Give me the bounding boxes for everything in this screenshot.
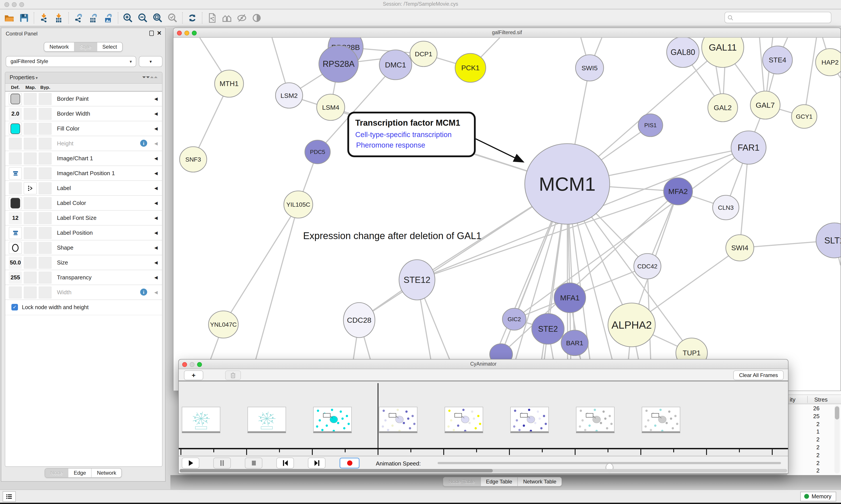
network-node-pdc5[interactable]: PDC5 (305, 140, 330, 164)
timeline[interactable]: 0123456789 Seconds (179, 382, 788, 456)
map-cell[interactable] (24, 227, 37, 239)
property-row-shape[interactable]: Shape◀ (5, 240, 162, 255)
stop-button[interactable] (245, 457, 262, 469)
tab-node-table[interactable]: Node Table (443, 477, 480, 486)
byp-cell[interactable] (38, 123, 52, 135)
expand-mapping-icon[interactable]: ◀ (155, 96, 158, 101)
playhead[interactable] (378, 383, 378, 448)
property-row-border-paint[interactable]: Border Paint◀ (5, 91, 162, 106)
next-frame-button[interactable] (308, 457, 325, 469)
map-cell[interactable] (24, 242, 37, 254)
expand-mapping-icon[interactable]: ◀ (155, 215, 158, 220)
table-cell[interactable]: 2 (787, 444, 829, 452)
frame-thumbnail-2[interactable] (313, 407, 352, 433)
network-node-gal80[interactable]: GAL80 (667, 38, 699, 68)
close-panel-icon[interactable]: ✕ (157, 30, 162, 36)
network-node-alpha2[interactable]: ALPHA2 (608, 303, 655, 347)
network-node-lsm2[interactable]: LSM2 (275, 83, 303, 108)
tab-network-table[interactable]: Network Table (518, 477, 562, 486)
network-node-rps28a[interactable]: RPS28A (319, 46, 358, 82)
map-cell[interactable] (24, 138, 37, 150)
duplicate-network-button[interactable] (205, 12, 219, 24)
group-nodes-button[interactable] (220, 12, 233, 24)
tab-style[interactable]: Style (74, 42, 96, 51)
property-row-image-chart-position-1[interactable]: Image/Chart Position 1◀ (5, 166, 162, 181)
expand-mapping-icon[interactable]: ◀ (155, 141, 158, 146)
def-cell[interactable] (9, 227, 22, 239)
map-cell[interactable] (24, 271, 37, 284)
record-button[interactable] (339, 457, 360, 469)
info-icon[interactable]: i (140, 140, 147, 147)
export-network-button[interactable] (72, 12, 85, 24)
network-node-gcy1[interactable]: GCY1 (791, 105, 817, 128)
expand-mapping-icon[interactable]: ◀ (155, 245, 158, 250)
map-cell[interactable] (24, 197, 37, 209)
byp-cell[interactable] (38, 197, 52, 209)
map-cell[interactable] (24, 182, 37, 194)
timeline-horizontal-scrollbar[interactable] (180, 469, 787, 472)
def-cell[interactable] (9, 242, 22, 254)
expand-all-icon[interactable]: ⏷⏷ (142, 74, 150, 80)
def-cell[interactable] (9, 93, 22, 105)
def-cell[interactable] (9, 167, 22, 180)
lock-node-size-checkbox[interactable]: ✓ (12, 304, 18, 310)
network-node-swi5[interactable]: SWI5 (576, 55, 604, 81)
annotation-link-2[interactable]: Pheromone response (356, 141, 425, 149)
network-node-yil105c[interactable]: YIL105C (284, 191, 313, 218)
expand-mapping-icon[interactable]: ◀ (155, 111, 158, 116)
frame-thumbnail-5[interactable] (510, 407, 549, 433)
network-node-mcm1[interactable]: MCM1 (525, 144, 610, 224)
network-node-mfa2[interactable]: MFA2 (664, 178, 693, 205)
property-row-label-position[interactable]: Label Position◀ (5, 226, 162, 240)
network-node-pck1[interactable]: PCK1 (455, 53, 486, 82)
network-node-ynl047c[interactable]: YNL047C (209, 311, 238, 338)
property-row-width[interactable]: Widthi◀ (5, 285, 162, 300)
tab-node[interactable]: Node (45, 469, 68, 477)
import-table-button[interactable] (52, 12, 65, 24)
map-cell[interactable] (24, 152, 37, 165)
network-node-mfa1[interactable]: MFA1 (554, 283, 586, 313)
info-icon[interactable]: i (140, 289, 147, 295)
byp-cell[interactable] (38, 227, 52, 239)
property-row-height[interactable]: Heighti◀ (5, 136, 162, 151)
network-node-ste12[interactable]: STE12 (399, 260, 435, 300)
network-node-hap2[interactable]: HAP2 (816, 49, 841, 76)
map-cell[interactable] (24, 257, 37, 269)
table-cell[interactable]: 25 (787, 413, 829, 421)
contrast-button[interactable] (250, 12, 263, 24)
def-cell[interactable] (9, 182, 22, 194)
network-node-bar1[interactable]: BAR1 (561, 330, 588, 356)
network-node-gal7[interactable]: GAL7 (750, 91, 780, 119)
byp-cell[interactable] (38, 93, 52, 105)
network-node-dmc1[interactable]: DMC1 (379, 50, 412, 80)
tab-edge-table[interactable]: Edge Table (480, 477, 518, 486)
zoom-selected-button[interactable] (166, 12, 179, 24)
refresh-button[interactable] (186, 12, 199, 24)
add-frame-button[interactable]: + (184, 371, 203, 380)
export-table-button[interactable] (87, 12, 100, 24)
table-vertical-scrollbar[interactable] (835, 405, 840, 473)
task-history-button[interactable] (3, 491, 16, 502)
def-cell[interactable]: 2.0 (9, 108, 22, 120)
network-node-gal11[interactable]: GAL11 (702, 38, 744, 68)
map-cell[interactable] (24, 167, 37, 180)
def-cell[interactable] (9, 286, 22, 299)
expand-mapping-icon[interactable]: ◀ (155, 186, 158, 191)
map-cell[interactable] (24, 212, 37, 224)
byp-cell[interactable] (38, 212, 52, 224)
network-node-far1[interactable]: FAR1 (731, 131, 766, 164)
frame-thumbnail-7[interactable] (642, 407, 680, 433)
frame-thumbnail-4[interactable] (445, 407, 483, 433)
network-node-slt2[interactable]: SLT2 (816, 223, 841, 258)
network-node-swi4[interactable]: SWI4 (726, 235, 754, 261)
def-cell[interactable] (9, 138, 22, 150)
column-header-stress[interactable]: Stres (814, 396, 828, 403)
table-cell[interactable]: 2 (787, 460, 829, 467)
expand-mapping-icon[interactable]: ◀ (155, 290, 158, 295)
def-cell[interactable]: 255 (9, 271, 22, 284)
network-node-gic2[interactable]: GIC2 (502, 308, 526, 330)
network-node-dcp1[interactable]: DCP1 (410, 41, 437, 67)
export-image-button[interactable] (102, 12, 115, 24)
tab-network[interactable]: Network (91, 469, 122, 477)
style-selector-dropdown[interactable]: galFiltered Style (6, 56, 136, 67)
